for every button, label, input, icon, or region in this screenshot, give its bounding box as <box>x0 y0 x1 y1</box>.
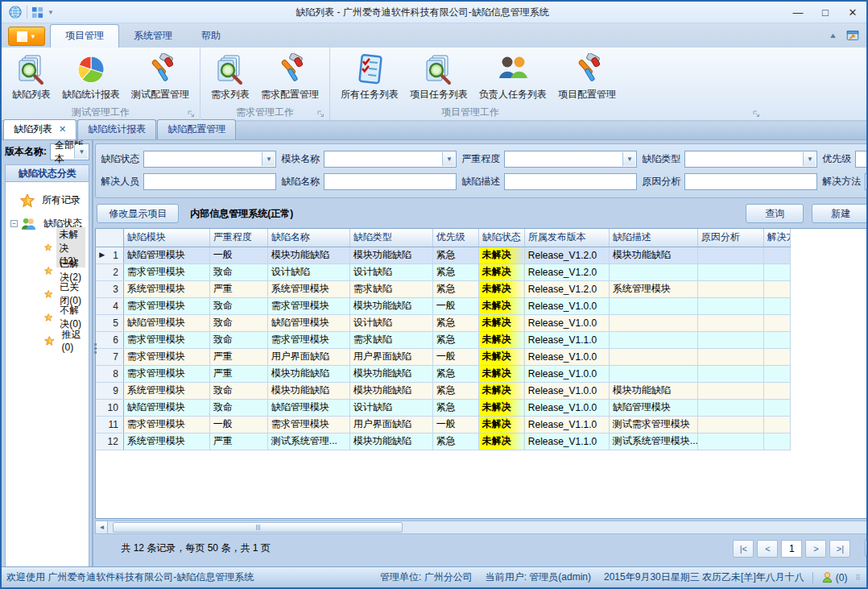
filter-cause-input[interactable] <box>684 173 817 190</box>
table-row[interactable]: 5缺陷管理模块致命缺陷管理模块设计缺陷紧急未解决Release_V1.0.0 <box>96 314 790 331</box>
globe-icon[interactable] <box>8 5 23 19</box>
owner-tasks-button[interactable]: 负责人任务列表 <box>473 51 552 103</box>
last-page-button[interactable]: >| <box>829 540 850 558</box>
requirement-config-button[interactable]: 需求配置管理 <box>255 51 324 103</box>
first-page-button[interactable]: |< <box>733 540 754 558</box>
cell-status: 未解决 <box>478 365 524 382</box>
filter-priority-select[interactable]: ▼ <box>855 151 868 168</box>
row-header[interactable]: 6 <box>96 331 123 348</box>
star-icon <box>44 310 52 325</box>
doc-tab-defect-list[interactable]: 缺陷列表 ✕ <box>3 119 76 139</box>
dialog-launcher-icon[interactable] <box>188 110 195 118</box>
application-menu-button[interactable]: ▼ <box>8 27 45 46</box>
test-config-button[interactable]: 测试配置管理 <box>126 51 195 103</box>
sidebar-splitter[interactable] <box>92 140 93 567</box>
table-row[interactable]: 3系统管理模块严重系统管理模块需求缺陷紧急未解决Release_V1.2.0系统… <box>96 280 790 297</box>
ribbon-tab-system[interactable]: 系统管理 <box>119 25 187 48</box>
col-header-severity[interactable]: 严重程度 <box>209 229 267 247</box>
cell-cause <box>697 416 763 433</box>
ribbon-tab-project[interactable]: 项目管理 <box>50 24 119 48</box>
col-header-type[interactable]: 缺陷类型 <box>349 229 432 247</box>
layout-grid-icon[interactable] <box>31 6 43 19</box>
tree-item-wontfix[interactable]: 不解决(0) <box>9 305 85 329</box>
row-header[interactable]: 2 <box>96 263 123 280</box>
table-row[interactable]: 9系统管理模块致命模块功能缺陷模块功能缺陷紧急未解决Release_V1.0.0… <box>96 382 790 399</box>
project-config-button[interactable]: 项目配置管理 <box>552 51 622 103</box>
tree-item-postponed[interactable]: 推迟(0) <box>9 329 85 352</box>
table-row[interactable]: 4需求管理模块致命需求管理模块模块功能缺陷一般未解决Release_V1.0.0 <box>96 297 790 314</box>
table-row[interactable]: 2需求管理模块致命设计缺陷设计缺陷紧急未解决Release_V1.2.0 <box>96 263 790 280</box>
scroll-left-icon[interactable]: ◄ <box>95 521 108 534</box>
table-row[interactable]: 11需求管理模块一般需求管理模块用户界面缺陷一般未解决Release_V1.1.… <box>96 416 790 433</box>
dialog-launcher-icon[interactable] <box>753 110 760 118</box>
col-header-desc[interactable]: 缺陷描述 <box>609 229 697 247</box>
table-row[interactable]: 6需求管理模块致命需求管理模块需求缺陷紧急未解决Release_V1.1.0 <box>96 331 790 348</box>
filter-severity-select[interactable]: ▼ <box>504 151 637 168</box>
new-button[interactable]: 新建 <box>812 204 868 223</box>
row-header[interactable]: 10 <box>96 399 123 416</box>
export-current-page-button[interactable]: 导出当前页 <box>865 539 868 558</box>
query-button[interactable]: 查询 <box>746 204 804 223</box>
minimize-button[interactable]: — <box>784 2 812 22</box>
row-header[interactable]: 8 <box>96 365 123 382</box>
table-row[interactable]: 12系统管理模块严重测试系统管理...模块功能缺陷紧急未解决Release_V1… <box>96 433 790 450</box>
project-tasks-button[interactable]: 项目任务列表 <box>404 51 473 103</box>
tree-item-all-records[interactable]: 所有记录 <box>9 189 85 212</box>
next-page-button[interactable]: > <box>805 540 826 558</box>
qat-dropdown-icon[interactable]: ▼ <box>48 9 54 16</box>
row-header[interactable]: 9 <box>96 382 123 399</box>
row-header[interactable]: 7 <box>96 348 123 365</box>
version-select[interactable]: 全部版本 ▼ <box>50 143 89 160</box>
defect-grid: 缺陷模块 严重程度 缺陷名称 缺陷类型 优先级 缺陷状态 所属发布版本 缺陷描述… <box>95 228 868 519</box>
tab-close-icon[interactable]: ✕ <box>59 124 66 135</box>
filter-resolver-input[interactable] <box>143 173 276 190</box>
requirement-list-button[interactable]: 需求列表 <box>205 51 255 103</box>
table-row[interactable]: ▶1缺陷管理模块一般模块功能缺陷模块功能缺陷紧急未解决Release_V1.2.… <box>96 247 790 263</box>
filter-defect-status-select[interactable]: ▼ <box>143 151 276 168</box>
filter-solution-input[interactable] <box>865 173 868 190</box>
page-number-input[interactable] <box>781 540 802 558</box>
resize-grip-icon[interactable]: ⠿ <box>855 574 862 582</box>
row-header[interactable]: 11 <box>96 416 123 433</box>
cell-version: Release_V1.1.0 <box>524 416 609 433</box>
cell-version: Release_V1.0.0 <box>524 382 609 399</box>
scrollbar-thumb[interactable] <box>113 522 403 533</box>
prev-page-button[interactable]: < <box>757 540 778 558</box>
modify-columns-button[interactable]: 修改显示项目 <box>97 204 179 223</box>
defect-list-button[interactable]: 缺陷列表 <box>6 51 56 103</box>
filter-defect-type-select[interactable]: ▼ <box>684 151 817 168</box>
row-header[interactable]: 12 <box>96 433 123 450</box>
col-header-cause[interactable]: 原因分析 <box>697 229 763 247</box>
col-header-status[interactable]: 缺陷状态 <box>478 229 524 247</box>
sidebar: 版本名称: 全部版本 ▼ 缺陷状态分类 所有记录 − 缺陷状态 <box>2 140 92 567</box>
ribbon-collapse-icon[interactable]: ▲ <box>829 31 837 39</box>
all-tasks-button[interactable]: 所有任务列表 <box>335 51 404 103</box>
horizontal-scrollbar[interactable]: ◄ ► <box>95 521 868 534</box>
about-window-icon[interactable] <box>845 28 860 43</box>
maximize-button[interactable]: □ <box>812 2 839 22</box>
dialog-launcher-icon[interactable] <box>317 110 324 118</box>
table-row[interactable]: 7需求管理模块严重用户界面缺陷用户界面缺陷一般未解决Release_V1.0.0 <box>96 348 790 365</box>
row-header[interactable]: 5 <box>96 314 123 331</box>
row-header[interactable]: 3 <box>96 280 123 297</box>
row-header[interactable]: ▶1 <box>96 247 123 263</box>
row-header[interactable]: 4 <box>96 297 123 314</box>
doc-tab-defect-config[interactable]: 缺陷配置管理 <box>157 119 236 139</box>
col-header-version[interactable]: 所属发布版本 <box>524 229 609 247</box>
col-header-priority[interactable]: 优先级 <box>432 229 478 247</box>
filter-defect-name-input[interactable] <box>324 173 457 190</box>
col-header-module[interactable]: 缺陷模块 <box>123 229 209 247</box>
scrollbar-track[interactable] <box>108 521 868 534</box>
doc-tab-defect-report[interactable]: 缺陷统计报表 <box>77 119 156 139</box>
ribbon: 缺陷列表 缺陷统计报表 测试配置管理 测试管理工作 需 <box>2 48 866 122</box>
defect-report-button[interactable]: 缺陷统计报表 <box>56 51 126 103</box>
col-header-name[interactable]: 缺陷名称 <box>267 229 349 247</box>
filter-module-name-select[interactable]: ▼ <box>324 151 457 168</box>
close-button[interactable]: ✕ <box>839 2 866 22</box>
col-header-solution[interactable]: 解决方法 <box>763 229 790 247</box>
ribbon-tab-help[interactable]: 帮助 <box>187 25 235 48</box>
collapse-icon[interactable]: − <box>10 220 18 227</box>
table-row[interactable]: 8需求管理模块严重模块功能缺陷模块功能缺陷紧急未解决Release_V1.0.0 <box>96 365 790 382</box>
table-row[interactable]: 10缺陷管理模块致命缺陷管理模块设计缺陷紧急未解决Release_V1.0.0缺… <box>96 399 790 416</box>
filter-defect-desc-input[interactable] <box>504 173 637 190</box>
